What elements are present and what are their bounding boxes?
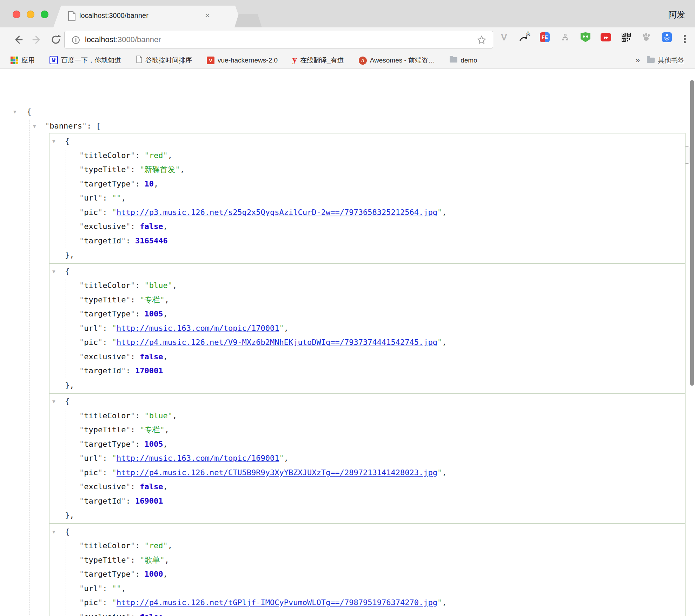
json-token: targetId [84,366,121,375]
other-bookmarks-label: 其他书签 [658,56,684,65]
bookmark-item[interactable]: 百度一下，你就知道 [49,56,121,65]
json-token: " [131,281,135,290]
blue-chevron-icon[interactable] [661,32,673,43]
forward-button-icon[interactable] [32,34,44,47]
json-link-url[interactable]: http://music.163.com/m/topic/170001 [117,324,279,333]
json-link-url[interactable]: http://p4.music.126.net/V9-MXz6b2MNhEKju… [117,338,437,347]
json-link-url[interactable]: http://music.163.com/m/topic/169001 [117,454,279,463]
site-info-icon[interactable] [72,36,80,46]
zoom-window-button[interactable] [41,11,48,18]
tab-close-icon[interactable]: × [205,11,210,20]
close-window-button[interactable] [13,11,20,18]
bookmark-item[interactable]: demo [450,57,477,64]
json-token: " [126,482,130,491]
json-token: " [79,179,84,188]
json-token: " [79,584,84,593]
translate-icon[interactable]: 英 [519,32,530,43]
json-token: " [79,411,84,420]
json-token: { [65,527,70,536]
banner-object-box: ▼{"titleColor": "blue","typeTitle": "专栏"… [49,263,686,394]
json-token: " [98,454,102,463]
json-token: " [112,454,117,463]
json-link-url[interactable]: http://p3.music.126.net/s25q2x5QyqsAzilC… [117,208,437,217]
folder-icon [450,57,457,64]
org-chart-icon[interactable] [560,32,571,43]
json-token: " [79,165,84,174]
minimize-window-button[interactable] [27,11,34,18]
json-token: 170001 [135,366,163,375]
json-token: 169001 [135,497,163,505]
json-token: " [79,208,84,217]
json-token: " [79,556,84,564]
url-text[interactable]: localhost:3000/banner [85,35,161,44]
json-token: " [175,165,180,174]
collapse-triangle-icon[interactable]: ▼ [52,525,55,539]
json-link-url[interactable]: http://p4.music.126.net/CTU5B9R9y3XyYBZX… [117,468,437,477]
scrollbar-thumb[interactable] [690,80,694,386]
json-token: 新碟首发 [144,165,175,174]
browser-tab[interactable]: localhost:3000/banner × [53,6,243,27]
json-token: typeTitle [84,425,126,434]
json-token: [ [96,122,101,130]
json-token: : [102,584,112,593]
collapse-triangle-icon[interactable]: ▼ [52,134,55,149]
bookmarks-overflow-icon[interactable]: » [636,56,640,65]
back-button-icon[interactable] [12,34,24,47]
json-token: " [163,151,167,160]
json-line: "url": "", [49,191,685,205]
json-token: " [279,454,284,463]
paw-icon[interactable] [641,32,652,43]
json-token: " [79,295,84,304]
json-token: false [140,222,163,231]
json-token: " [131,309,135,318]
json-token: " [79,468,84,477]
bookmark-label: 谷歌按时间排序 [145,56,192,65]
json-token: 专栏 [144,295,160,304]
json-token: : [126,236,135,245]
bookmark-item[interactable]: y在线翻译_有道 [292,56,344,65]
json-token: : [102,194,112,202]
json-token: " [112,208,117,217]
qrcode-icon[interactable] [621,32,632,43]
json-line: "url": "http://music.163.com/m/topic/170… [49,321,685,336]
json-link-url[interactable]: http://p4.music.126.net/tGPljf-IMOCyPvum… [117,598,437,607]
json-token: " [79,338,84,347]
json-token: " [131,151,135,160]
json-token: " [79,352,84,361]
collapse-triangle-icon[interactable]: ▼ [13,105,16,119]
collapse-triangle-icon[interactable]: ▼ [52,394,55,409]
json-token: url [84,584,98,593]
bookmark-star-icon[interactable] [477,35,486,46]
bookmark-item[interactable]: 谷歌按时间排序 [136,55,192,65]
json-token: typeTitle [84,295,126,304]
address-bar[interactable]: localhost:3000/banner [64,31,493,48]
json-token: url [84,324,98,333]
bookmark-items: 应用百度一下，你就知道谷歌按时间排序Vvue-hackernews-2.0y在线… [11,55,477,65]
collapse-triangle-icon[interactable]: ▼ [33,119,36,133]
json-line: "exclusive": false, [49,219,685,234]
json-token: " [121,366,126,375]
vue-devtools-icon[interactable]: V [498,32,510,43]
json-token: " [79,454,84,463]
collapse-triangle-icon[interactable]: ▼ [52,264,55,279]
json-token: " [79,222,84,231]
apps-grid-icon [11,57,18,64]
json-line: ▼{ [49,264,685,279]
profile-name[interactable]: 阿发 [668,9,685,20]
new-tab-button[interactable] [234,14,262,27]
bookmark-item[interactable]: 应用 [11,56,35,65]
json-token: " [160,425,164,434]
tampermonkey-icon[interactable] [580,32,591,43]
bookmark-item[interactable]: Vvue-hackernews-2.0 [207,56,278,64]
json-token: , [163,222,167,231]
json-token: " [144,541,149,550]
json-token: , [163,482,167,491]
other-bookmarks-folder[interactable]: 其他书签 [647,56,684,65]
media-play-icon[interactable]: ▶▶ [600,32,611,43]
json-token: " [79,570,84,578]
json-token: : [131,425,140,434]
browser-menu-icon[interactable] [680,33,690,46]
fe-helper-icon[interactable]: FE [539,32,550,43]
reload-button-icon[interactable] [50,34,62,47]
bookmark-item[interactable]: AAwesomes - 前端资… [359,56,435,65]
